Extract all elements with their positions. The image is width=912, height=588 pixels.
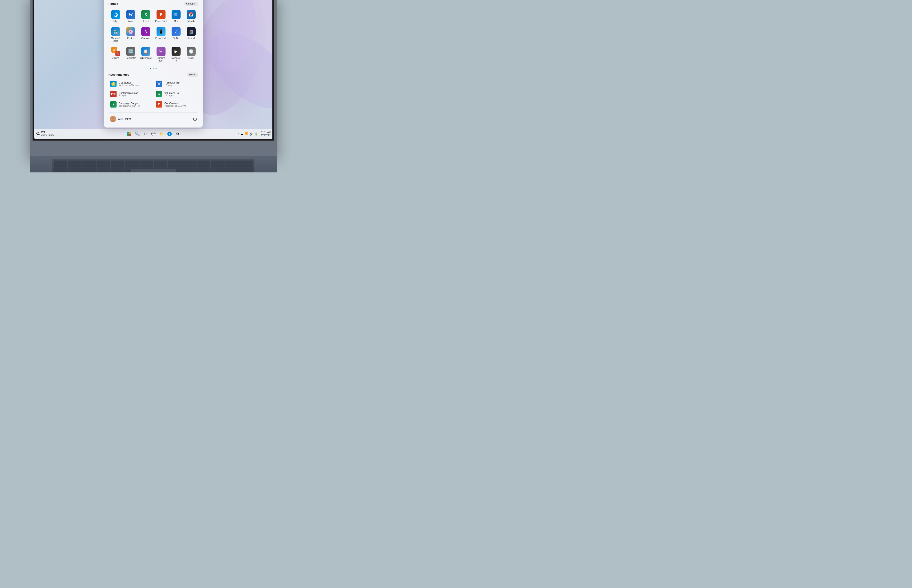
recommended-title: Recommended [108,73,129,76]
desktop-screen: 🔍 Type here to search Pinned All apps › [34,0,272,139]
edge-taskbar-icon: e [167,132,172,136]
app-mail[interactable]: ✉ Mail [169,8,183,24]
chevron-right-icon: › [196,2,197,5]
rec-volunteer-list[interactable]: X Volunteer List 12h ago [154,90,198,99]
rec-name-oceans: Our Oceans [164,102,186,105]
rec-icon-pdf: PDF [110,91,116,97]
chevron-right-icon-2: › [196,73,197,76]
app-edge[interactable]: Edge [108,8,123,24]
rec-subtitle-seas: 2h ago [119,94,138,97]
laptop-keyboard [30,156,277,173]
tray-wifi-icon[interactable]: 📶 [244,132,249,136]
taskbar-center: 🔍 ⊡ 💬 📁 e [126,130,181,137]
taskbar-left: 🌤 68°F Mostly Sunny [36,131,54,137]
app-label-store: Microsoft Store [109,37,122,42]
rec-subtitle-campaign: Yesterday at 4:24 PM [119,105,140,107]
rec-subtitle-oceans: Yesterday at 1:15 PM [164,105,186,107]
app-todo[interactable]: ✓ To Do [169,25,183,44]
screen-bezel-inner: 🔍 Type here to search Pinned All apps › [32,0,274,141]
app-clock[interactable]: 🕐 Clock [184,45,198,64]
taskbar-right: ^ ☁ 📶 🔊 🔋 11:11 AM 10/27/2022 [238,131,271,137]
task-view-icon: ⊡ [144,132,147,136]
rec-text-oceans: Our Oceans Yesterday at 1:15 PM [164,102,186,107]
app-word[interactable]: W Word [123,8,137,24]
taskbar-settings[interactable]: ⚙ [174,130,181,137]
weather-icon: 🌤 [36,132,40,136]
rec-icon-excel2: X [156,91,162,97]
app-powerpoint[interactable]: P PowerPoint [154,8,168,24]
taskbar-edge[interactable]: e [166,130,173,137]
rec-campaign-budget[interactable]: X Campaign Budget Yesterday at 4:24 PM [108,100,153,109]
app-microsoft-store[interactable]: 🏪 Microsoft Store [108,25,123,44]
app-label-whiteboard: Whiteboard [140,57,152,60]
start-menu-footer: Guri Holter [108,113,198,123]
search-icon-taskbar: 🔍 [135,131,140,136]
app-label-powerpoint: PowerPoint [155,20,167,23]
app-photos[interactable]: 🌸 Photos [123,25,137,44]
page-dot-3 [155,68,157,69]
more-button[interactable]: More › [187,73,198,77]
app-whiteboard[interactable]: 📋 Whiteboard [139,45,153,64]
taskbar-teams-chat[interactable]: 💬 [150,130,157,137]
app-label-mail: Mail [174,20,178,23]
all-apps-button[interactable]: All apps › [184,2,198,6]
clock-time: 11:11 AM [259,131,271,134]
rec-name-campaign: Campaign Budget [119,102,140,105]
app-label-movies: Movies & TV [170,57,182,62]
app-journal[interactable]: 📓 Journal [184,25,198,44]
clock-date: 10/27/2022 [259,134,271,137]
tray-volume-icon[interactable]: 🔊 [249,132,254,136]
clock-display[interactable]: 11:11 AM 10/27/2022 [259,131,271,137]
pinned-section-header: Pinned All apps › [108,2,198,6]
pinned-apps-grid: Edge W Word X Excel [108,8,198,64]
power-button[interactable] [192,116,198,122]
rec-name-getstarted: Get Started [119,81,141,84]
rec-icon-ppt2: P [156,101,162,108]
app-excel[interactable]: X Excel [139,8,153,24]
app-phone-link[interactable]: 📱 Phone Link [154,25,168,44]
app-label-journal: Journal [188,37,195,40]
page-dot-1 [150,68,151,69]
app-snipping-tool[interactable]: ✂ Snipping Tool [154,45,168,64]
recommended-section-header: Recommended More › [108,73,198,77]
rec-name-tshirt: T-Shirt Design [164,81,180,84]
app-label-edge: Edge [113,20,118,23]
rec-tshirt-design[interactable]: W T-Shirt Design 17m ago [154,79,198,88]
windows-logo-icon [127,132,131,136]
rec-icon-word: W [156,81,162,87]
app-label-excel: Excel [143,20,149,23]
app-label-phonelink: Phone Link [155,37,167,40]
file-explorer-icon: 📁 [159,132,164,136]
app-label-onenote: OneNote [141,37,150,40]
rec-name-seas: Sustainable Seas [119,92,138,94]
taskbar-task-view[interactable]: ⊡ [142,130,149,137]
app-calendar[interactable]: 📅 Calendar [184,8,198,24]
svg-point-5 [112,117,114,120]
app-label-clock: Clock [188,57,194,60]
page-dot-2 [153,68,154,69]
app-onenote[interactable]: N OneNote [139,25,153,44]
tray-cloud-icon[interactable]: ☁ [240,132,244,136]
rec-icon-excel3: X [110,101,116,108]
recommended-grid: 🌟 Get Started Welcome to Windows W [108,79,198,109]
rec-subtitle-volunteer: 12h ago [164,94,179,97]
user-profile[interactable]: Guri Holter [108,115,132,123]
more-label: More [189,73,195,76]
app-label-snipping: Snipping Tool [155,57,167,62]
teams-icon: 💬 [151,132,156,136]
rec-text-getstarted: Get Started Welcome to Windows [119,81,141,86]
taskbar-search-button[interactable]: 🔍 [134,130,141,137]
weather-widget[interactable]: 🌤 68°F Mostly Sunny [36,131,54,137]
touchpad[interactable] [131,169,176,173]
rec-get-started[interactable]: 🌟 Get Started Welcome to Windows [108,79,153,88]
rec-sustainable-seas[interactable]: PDF Sustainable Seas 2h ago [108,90,153,99]
rec-text-seas: Sustainable Seas 2h ago [119,92,138,97]
rec-our-oceans[interactable]: P Our Oceans Yesterday at 1:15 PM [154,100,198,109]
windows-start-button[interactable] [126,130,133,137]
app-utilities[interactable]: ⚙ 🔧 Utilities [108,45,123,64]
app-calculator[interactable]: 🔢 Calculator [123,45,137,64]
taskbar-file-explorer[interactable]: 📁 [158,130,165,137]
tray-battery-icon[interactable]: 🔋 [254,132,259,136]
app-movies-tv[interactable]: ▶ Movies & TV [169,45,183,64]
tray-chevron-icon[interactable]: ^ [238,132,239,136]
